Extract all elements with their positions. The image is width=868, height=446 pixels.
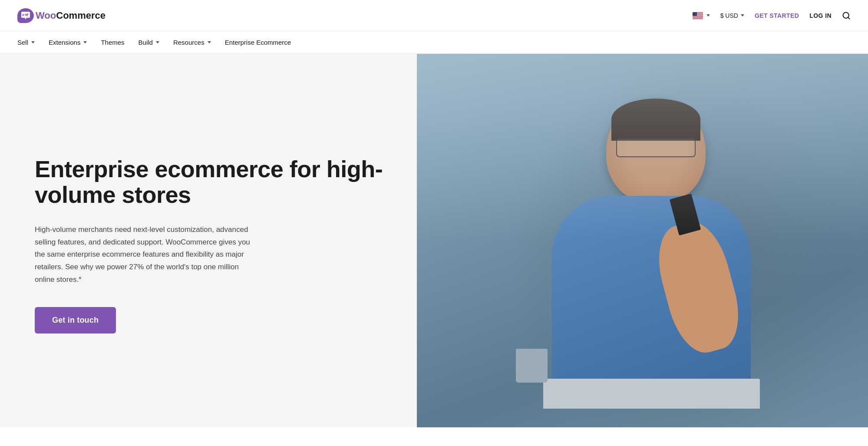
hero-title: Enterprise ecommerce for high-volume sto… xyxy=(35,156,391,208)
svg-point-0 xyxy=(24,14,25,15)
extensions-chevron-icon xyxy=(83,41,87,43)
get-started-button[interactable]: GET STARTED xyxy=(755,12,799,19)
coffee-mug xyxy=(516,349,548,382)
svg-line-10 xyxy=(848,17,850,19)
logo-text: Woo Commerce xyxy=(36,10,106,21)
resources-chevron-icon xyxy=(208,41,211,43)
logo-woo: Woo xyxy=(36,10,56,21)
person-laptop xyxy=(543,379,760,409)
sell-chevron-icon xyxy=(31,41,35,43)
currency-selector[interactable]: $ USD xyxy=(720,12,744,19)
hero-description: High-volume merchants need next-level cu… xyxy=(35,224,252,286)
nav-item-extensions[interactable]: Extensions xyxy=(49,39,87,46)
logo-commerce: Commerce xyxy=(56,10,106,21)
nav-item-sell[interactable]: Sell xyxy=(17,39,35,46)
svg-rect-7 xyxy=(693,18,703,18)
svg-rect-8 xyxy=(693,12,697,16)
woo-logo-icon xyxy=(20,11,31,20)
nav-item-themes[interactable]: Themes xyxy=(101,39,124,46)
search-icon xyxy=(842,11,851,20)
language-chevron-icon xyxy=(706,14,710,17)
login-button[interactable]: LOG IN xyxy=(809,12,832,19)
secondary-nav: Sell Extensions Themes Build Resources E… xyxy=(0,31,868,54)
currency-chevron-icon xyxy=(741,14,744,17)
hero-right xyxy=(417,54,868,427)
language-selector[interactable] xyxy=(693,12,710,19)
hero-image-background xyxy=(417,54,868,427)
build-chevron-icon xyxy=(156,41,159,43)
logo[interactable]: Woo Commerce xyxy=(17,8,106,23)
svg-rect-6 xyxy=(693,17,703,17)
logo-bubble xyxy=(17,8,34,23)
flag-icon xyxy=(693,12,703,19)
get-in-touch-button[interactable]: Get in touch xyxy=(35,307,116,334)
currency-display: $ USD xyxy=(720,12,738,19)
us-flag-svg xyxy=(693,12,703,19)
room-light xyxy=(417,54,868,241)
nav-item-build[interactable]: Build xyxy=(139,39,159,46)
search-button[interactable] xyxy=(842,11,851,20)
hero-section: Enterprise ecommerce for high-volume sto… xyxy=(0,54,868,427)
svg-rect-5 xyxy=(693,16,703,16)
person-photo-bg xyxy=(417,54,868,427)
nav-item-enterprise[interactable]: Enterprise Ecommerce xyxy=(225,39,291,46)
top-bar: Woo Commerce xyxy=(0,0,868,31)
hero-left: Enterprise ecommerce for high-volume sto… xyxy=(0,54,417,427)
top-right-controls: $ USD GET STARTED LOG IN xyxy=(693,11,851,20)
nav-item-resources[interactable]: Resources xyxy=(173,39,211,46)
